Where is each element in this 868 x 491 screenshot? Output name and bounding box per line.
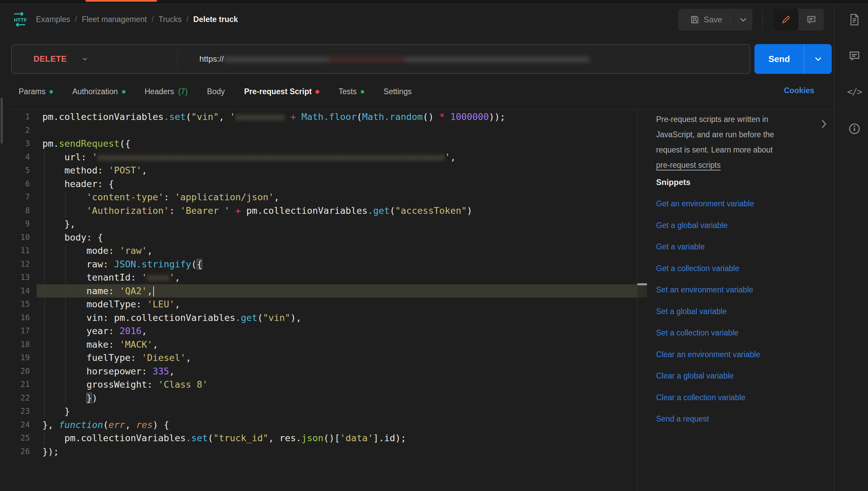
breadcrumb-item[interactable]: Examples	[36, 15, 70, 24]
tab-params[interactable]: Params	[19, 87, 53, 96]
code-token: ,	[147, 245, 153, 256]
cookies-link[interactable]: Cookies	[784, 86, 814, 95]
tab-authorization[interactable]: Authorization	[72, 87, 125, 96]
overview-ruler-cursor-mark	[637, 283, 647, 285]
green-dot-icon	[361, 90, 364, 94]
line-number: 10	[11, 231, 30, 244]
redacted-string: xxxxxxxxx	[235, 111, 285, 122]
snippet-set-an-environment-variable[interactable]: Set an environment variable	[656, 279, 826, 301]
code-token: ({	[120, 138, 131, 149]
documentation-icon[interactable]	[847, 12, 862, 27]
code-line-1: pm.collectionVariables.set("vin", 'xxxxx…	[42, 110, 506, 124]
url-scheme: https://	[199, 54, 224, 64]
description-line: request is sent. Learn more about	[656, 142, 815, 158]
url-input[interactable]: https:// xxxxxxxxxxxxxxxxxxxxxxxx xxxxxx…	[199, 54, 590, 64]
code-token: fuelType:	[42, 352, 142, 363]
tab-settings[interactable]: Settings	[383, 87, 412, 96]
green-dot-icon	[122, 90, 125, 94]
code-line-22: })	[42, 391, 506, 405]
code-line-25: pm.collectionVariables.set("truck_id", r…	[42, 431, 506, 445]
code-line-6: header: {	[42, 177, 506, 191]
save-button[interactable]: Save	[678, 9, 734, 30]
left-scrollbar-thumb[interactable]	[1, 98, 3, 144]
line-number: 7	[11, 190, 30, 204]
snippet-get-a-global-variable[interactable]: Get a global variable	[656, 215, 826, 237]
url-bar: DELETE https:// xxxxxxxxxxxxxxxxxxxxxxxx…	[11, 44, 750, 74]
code-snippet-icon[interactable]: </>	[847, 84, 862, 99]
line-number: 20	[11, 365, 30, 378]
code-token: ()	[423, 111, 439, 122]
line-number: 8	[11, 204, 30, 218]
line-number: 1	[11, 110, 30, 124]
collapse-sidebar-chevron-icon[interactable]	[818, 118, 830, 130]
snippet-clear-a-global-variable[interactable]: Clear a global variable	[656, 365, 826, 387]
line-number: 3	[11, 137, 30, 150]
code-line-26: });	[42, 445, 506, 458]
code-token: name:	[42, 286, 120, 296]
script-editor[interactable]: 1234567891011121314151617181920212223242…	[11, 109, 647, 491]
code-token: 'data'	[340, 433, 373, 443]
info-icon[interactable]	[847, 121, 862, 136]
code-line-4: url: 'xxxxxxxxxxxxxxxxxxxxxxxxxxxxxxxxxx…	[42, 150, 506, 164]
code-token: ,	[169, 366, 175, 376]
save-options-button[interactable]	[734, 9, 752, 30]
tab-label: Authorization	[72, 87, 118, 96]
code-line-18: make: 'MACK',	[42, 338, 506, 351]
header-vertical-divider	[762, 10, 763, 29]
code-token: ].id);	[373, 433, 406, 443]
snippet-get-a-collection-variable[interactable]: Get a collection variable	[656, 258, 826, 280]
snippet-set-a-collection-variable[interactable]: Set a collection variable	[656, 322, 826, 344]
tab-body[interactable]: Body	[207, 87, 225, 96]
comments-panel-icon[interactable]	[847, 48, 862, 63]
snippet-clear-an-environment-variable[interactable]: Clear an environment variable	[656, 344, 826, 366]
code-lines: pm.collectionVariables.set("vin", 'xxxxx…	[42, 110, 506, 458]
header-divider-line	[0, 4, 868, 4]
line-number: 22	[11, 391, 30, 405]
tab-label: Body	[207, 87, 225, 96]
line-number: 12	[11, 258, 30, 271]
line-number: 21	[11, 378, 30, 391]
code-line-3: pm.sendRequest({	[42, 137, 506, 150]
line-number: 23	[11, 405, 30, 418]
snippet-set-a-global-variable[interactable]: Set a global variable	[656, 301, 826, 323]
code-token: sendRequest	[59, 138, 120, 149]
line-number: 25	[11, 431, 30, 445]
code-token: },	[42, 420, 59, 430]
pre-request-scripts-link[interactable]: pre-request scripts	[656, 161, 721, 169]
code-token	[285, 111, 290, 122]
code-token: '	[230, 111, 235, 122]
code-token: .set	[186, 433, 208, 443]
code-token: "accessToken"	[395, 205, 467, 216]
send-button[interactable]: Send	[754, 44, 804, 74]
snippet-get-a-variable[interactable]: Get a variable	[656, 236, 826, 258]
snippet-clear-a-collection-variable[interactable]: Clear a collection variable	[656, 387, 826, 409]
code-line-5: method: 'POST',	[42, 164, 506, 177]
breadcrumb-current: Delete truck	[193, 15, 238, 24]
code-line-8: 'Authorization': 'Bearer ' + pm.collecti…	[42, 204, 506, 218]
code-token: 'Authorization'	[86, 205, 169, 216]
code-token: err	[108, 420, 125, 430]
code-token: ));	[489, 111, 506, 122]
code-token: , res.	[269, 433, 302, 443]
method-selector[interactable]: DELETE	[12, 54, 87, 64]
tab-tests[interactable]: Tests	[338, 87, 364, 96]
tab-headers[interactable]: Headers(7)	[145, 87, 188, 96]
tab-label: Settings	[383, 87, 412, 96]
breadcrumb-item[interactable]: Trucks	[159, 15, 182, 24]
save-icon	[690, 15, 699, 24]
breadcrumb-items[interactable]: Examples/Fleet management/Trucks/Delete …	[36, 15, 238, 24]
breadcrumb-item[interactable]: Fleet management	[82, 15, 147, 24]
code-token: grossWeight:	[42, 379, 158, 390]
code-token: body: {	[42, 232, 103, 243]
code-token: "truck_id"	[213, 433, 269, 443]
comment-mode-button[interactable]	[798, 9, 824, 30]
snippet-send-a-request[interactable]: Send a request	[656, 408, 826, 430]
code-line-17: year: 2016,	[42, 324, 506, 338]
code-line-7: 'content-type': 'application/json',	[42, 190, 506, 204]
redacted-string: xxxx	[147, 272, 169, 283]
edit-mode-button[interactable]	[773, 9, 798, 30]
send-options-button[interactable]	[804, 44, 832, 74]
snippet-get-an-environment-variable[interactable]: Get an environment variable	[656, 193, 826, 215]
code-token: 'LEU'	[147, 299, 175, 309]
tab-pre-request-script[interactable]: Pre-request Script	[244, 87, 319, 96]
